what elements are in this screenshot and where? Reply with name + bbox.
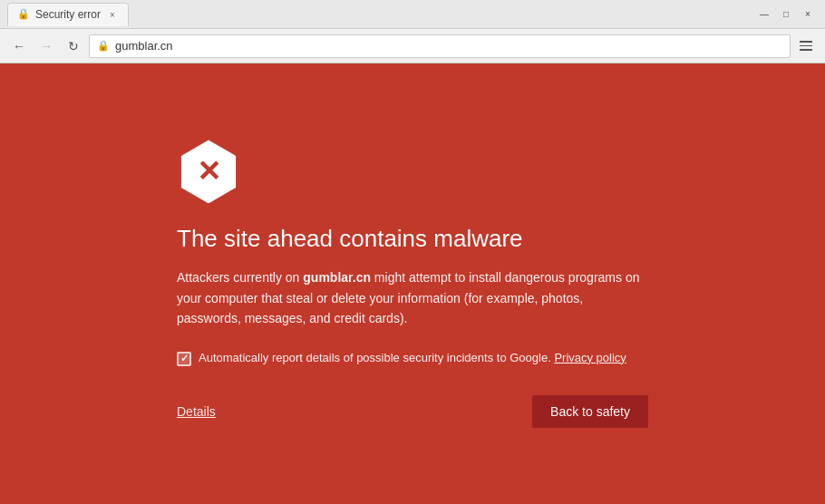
warning-icon-wrapper: ✕ [177,140,648,203]
menu-line-3 [800,49,812,51]
action-row: Details Back to safety [177,395,648,428]
tab-label: Security error [35,8,101,21]
tab-close-button[interactable]: × [106,8,119,21]
refresh-button[interactable]: ↻ [62,34,85,58]
description-before: Attackers currently on [177,270,303,285]
address-bar[interactable]: 🔒 gumblar.cn [89,34,791,58]
malware-warning-icon: ✕ [177,140,240,203]
checkbox-label-text: Automatically report details of possible… [199,351,551,364]
address-icon: 🔒 [97,40,110,52]
browser-tab[interactable]: 🔒 Security error × [7,3,129,26]
forward-button[interactable]: → [34,34,58,58]
tab-icon: 🔒 [17,8,30,21]
menu-line-1 [800,41,812,43]
error-title: The site ahead contains malware [177,225,648,253]
restore-button[interactable]: □ [776,5,796,24]
window-controls: — □ × [754,5,818,24]
url-text: gumblar.cn [115,39,173,53]
privacy-policy-link[interactable]: Privacy policy [554,351,626,364]
minimize-button[interactable]: — [754,5,774,24]
back-to-safety-button[interactable]: Back to safety [532,395,648,428]
checkbox-label: Automatically report details of possible… [199,351,626,364]
navigation-bar: ← → ↻ 🔒 gumblar.cn [0,29,825,63]
error-description: Attackers currently on gumblar.cn might … [177,267,648,328]
content-area: ✕ The site ahead contains malware Attack… [0,63,825,504]
malicious-site-name: gumblar.cn [303,270,371,285]
warning-x-symbol: ✕ [197,157,221,186]
menu-button[interactable] [794,34,818,58]
report-checkbox-row: ✓ Automatically report details of possib… [177,351,648,366]
close-button[interactable]: × [798,5,818,24]
menu-line-2 [800,45,812,47]
details-link[interactable]: Details [177,404,216,419]
error-container: ✕ The site ahead contains malware Attack… [159,121,666,445]
title-bar: 🔒 Security error × — □ × [0,0,825,29]
back-button[interactable]: ← [7,34,31,58]
report-checkbox-container[interactable]: ✓ [177,352,191,366]
browser-window: 🔒 Security error × — □ × ← → ↻ 🔒 gumblar… [0,0,825,504]
